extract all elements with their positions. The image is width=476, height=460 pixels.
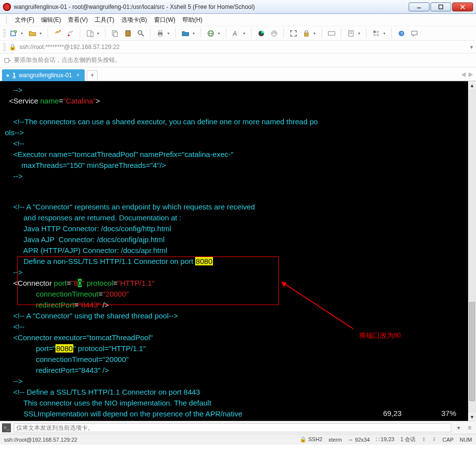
status-ssh: SSH2 — [308, 436, 322, 442]
svg-rect-30 — [304, 33, 308, 36]
lock-small-icon: 🔒 — [9, 44, 16, 51]
annotation-arrow — [279, 279, 358, 339]
svg-rect-13 — [113, 32, 117, 36]
menu-file[interactable]: 文件(F) — [15, 16, 34, 24]
close-button[interactable] — [452, 2, 473, 11]
svg-rect-20 — [159, 34, 161, 36]
svg-point-8 — [59, 30, 60, 31]
menu-tools[interactable]: 工具(T) — [95, 16, 114, 24]
menu-tab[interactable]: 选项卡(B) — [121, 16, 147, 24]
arrow-hint-icon — [4, 57, 11, 64]
svg-rect-37 — [373, 30, 375, 33]
svg-rect-38 — [376, 30, 379, 33]
svg-line-43 — [281, 282, 353, 329]
status-term: xterm — [328, 437, 342, 443]
lock-icon[interactable] — [301, 28, 312, 39]
scroll-up-icon[interactable]: ▴ — [468, 81, 476, 89]
help-icon[interactable]: ? — [396, 28, 407, 39]
tab-title: wangruifenglinux-01 — [19, 72, 72, 79]
script-icon[interactable] — [345, 28, 356, 39]
status-up-arrow-icon: ⬆ — [422, 436, 426, 443]
minimize-button[interactable] — [409, 2, 429, 11]
copy-icon[interactable] — [109, 28, 120, 39]
annotation-text: 将端口改为80 — [359, 331, 401, 340]
font-icon[interactable]: A — [230, 28, 241, 39]
menu-window[interactable]: 窗口(W) — [154, 16, 175, 24]
status-bar: ssh://root@192.168.57.129:22 🔒 SSH2 xter… — [0, 434, 476, 445]
svg-rect-11 — [91, 32, 93, 36]
properties-icon[interactable] — [84, 28, 95, 39]
status-size: 92x34 — [355, 437, 370, 443]
tab-prev-icon[interactable]: ◀ — [461, 71, 466, 78]
status-down-arrow-icon: ⬇ — [432, 436, 436, 443]
svg-rect-15 — [126, 30, 129, 31]
print-icon[interactable] — [155, 28, 165, 39]
svg-rect-1 — [439, 5, 443, 9]
tab-close-icon[interactable]: × — [75, 72, 81, 78]
send-dropdown-icon[interactable]: ▾ — [454, 423, 463, 432]
window-title: wangruifenglinux-01 - root@wangruifeng-0… — [14, 3, 408, 10]
svg-text:?: ? — [400, 31, 403, 36]
svg-rect-40 — [376, 34, 379, 36]
new-tab-button[interactable]: + — [87, 70, 98, 80]
paste-icon[interactable] — [122, 28, 133, 39]
tab-index: 1 — [12, 72, 16, 79]
globe-icon[interactable] — [205, 28, 216, 39]
status-num: NUM — [460, 437, 472, 443]
feedback-icon[interactable] — [409, 28, 420, 39]
send-bar: >_ ▾ ≡ — [0, 421, 476, 434]
svg-point-27 — [272, 32, 273, 33]
svg-point-16 — [138, 30, 142, 34]
vim-status: 69,2337% — [383, 409, 456, 418]
xftp-icon[interactable] — [180, 28, 191, 39]
tab-bar: ● 1 wangruifenglinux-01 × + ◀ ▶ — [0, 67, 476, 81]
svg-point-28 — [273, 31, 274, 32]
svg-point-29 — [275, 32, 276, 33]
status-cap: CAP — [442, 437, 454, 443]
toolbar: ▾ ▾ ▾ ▾ ▾ ▾ A ▾ ▾ ▾ ▾ ? — [0, 26, 476, 41]
terminal-scrollbar[interactable]: ▴ ▾ — [468, 81, 476, 421]
session-url[interactable]: ssh://root:********@192.168.57.129:22 — [19, 44, 467, 51]
menu-help[interactable]: 帮助(H) — [182, 16, 203, 24]
svg-rect-19 — [159, 30, 161, 32]
svg-point-26 — [271, 30, 276, 36]
svg-text:A: A — [232, 30, 237, 37]
reconnect-icon[interactable] — [52, 28, 63, 39]
layout-icon[interactable] — [370, 28, 381, 39]
keyboard-icon[interactable] — [326, 28, 337, 39]
palette-icon[interactable] — [268, 28, 279, 39]
status-sessions: 1 会话 — [400, 436, 416, 443]
open-session-icon[interactable] — [27, 28, 38, 39]
menu-view[interactable]: 查看(V) — [68, 16, 88, 24]
menu-bar: 文件(F) 编辑(E) 查看(V) 工具(T) 选项卡(B) 窗口(W) 帮助(… — [0, 14, 476, 26]
hint-bar: 要添加当前会话，点击左侧的箭头按钮。 — [0, 53, 476, 67]
svg-line-17 — [141, 34, 144, 36]
hint-text: 要添加当前会话，点击左侧的箭头按钮。 — [14, 56, 121, 64]
status-rc: 19,23 — [381, 436, 395, 442]
address-dropdown-icon[interactable]: ▾ — [470, 44, 473, 51]
svg-point-9 — [67, 34, 69, 36]
fullscreen-icon[interactable] — [288, 28, 299, 39]
scroll-down-icon[interactable]: ▾ — [468, 413, 476, 421]
send-mode-icon[interactable]: >_ — [2, 423, 11, 432]
menu-edit[interactable]: 编辑(E) — [41, 16, 61, 24]
app-icon — [3, 3, 11, 11]
disconnect-icon[interactable] — [65, 28, 76, 39]
maximize-button[interactable] — [430, 2, 451, 11]
annotation-box — [17, 256, 279, 305]
address-bar: 🔒 ssh://root:********@192.168.57.129:22 … — [0, 41, 476, 53]
new-session-icon[interactable] — [8, 28, 19, 39]
send-input[interactable] — [14, 423, 451, 432]
svg-rect-39 — [373, 34, 375, 36]
color-scheme-icon[interactable] — [256, 28, 266, 39]
terminal-pane[interactable]: --> <Service name="Catalina"> <!--The co… — [0, 81, 476, 421]
svg-rect-31 — [328, 31, 334, 35]
title-bar: wangruifenglinux-01 - root@wangruifeng-0… — [0, 0, 476, 14]
status-connection: ssh://root@192.168.57.129:22 — [4, 437, 300, 443]
find-icon[interactable] — [135, 28, 146, 39]
terminal-content: --> <Service name="Catalina"> <!--The co… — [0, 81, 476, 421]
session-tab[interactable]: ● 1 wangruifenglinux-01 × — [2, 69, 85, 81]
tab-next-icon[interactable]: ▶ — [469, 71, 473, 78]
send-menu-icon[interactable]: ≡ — [465, 423, 474, 432]
